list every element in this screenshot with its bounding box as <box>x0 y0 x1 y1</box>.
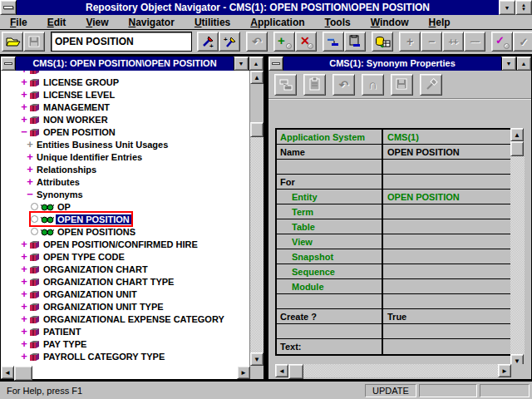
select-brush-add-button[interactable]: + <box>219 32 240 52</box>
copy-object-button[interactable] <box>274 74 297 96</box>
requery-table-button[interactable] <box>372 32 393 52</box>
undo-button[interactable]: ↶ <box>246 32 268 52</box>
navigator-system-menu-button[interactable] <box>1 57 16 71</box>
scroll-track[interactable] <box>250 137 264 352</box>
navigator-maximize-button[interactable]: ▲ <box>249 57 264 71</box>
tree-item-open-type-code[interactable]: +OPEN TYPE CODE <box>1 250 249 263</box>
tree-item-op[interactable]: OP <box>1 200 249 213</box>
property-value[interactable]: OPEN POSITION <box>383 190 510 204</box>
tree-item-attributes[interactable]: +Attributes <box>1 175 249 188</box>
expand-expander-icon[interactable]: + <box>19 338 29 349</box>
property-value[interactable] <box>383 264 510 278</box>
expand-expander-icon[interactable]: + <box>19 326 29 337</box>
properties-maximize-button[interactable]: ▲ <box>516 57 531 71</box>
property-value[interactable] <box>383 249 510 264</box>
menu-application[interactable]: Application <box>244 17 311 28</box>
expand-expander-icon[interactable]: + <box>19 71 29 75</box>
tree-item-organization-unit[interactable]: +ORGANIZATION UNIT <box>1 288 249 300</box>
tree-item-synonyms[interactable]: −Synonyms <box>1 188 249 200</box>
scroll-thumb[interactable] <box>510 141 524 156</box>
copy-properties-button[interactable] <box>323 32 344 52</box>
scroll-thumb[interactable] <box>14 366 32 381</box>
scroll-track[interactable] <box>303 364 498 377</box>
save-button[interactable] <box>23 32 45 52</box>
tree-item-license-level[interactable]: +LICENSE LEVEL <box>1 88 249 101</box>
unmark-check-button[interactable]: ✓ <box>513 32 532 52</box>
property-value[interactable] <box>383 294 510 308</box>
tree-item-open-position[interactable]: −OPEN POSITION <box>1 126 249 138</box>
navigator-minimize-button[interactable]: ▼ <box>234 57 249 71</box>
property-value[interactable] <box>383 204 510 219</box>
collapse-expander-icon[interactable]: − <box>19 126 29 137</box>
expand-expander-icon[interactable]: + <box>19 301 29 312</box>
expand-expander-icon[interactable]: + <box>19 313 29 324</box>
expand-expander-icon[interactable]: + <box>25 176 35 187</box>
scroll-right-button[interactable]: ► <box>237 366 250 379</box>
property-value[interactable] <box>383 219 510 234</box>
tree-item-open-position-confirmed-hire[interactable]: +OPEN POSITION/CONFIRMED HIRE <box>1 238 249 250</box>
properties-vertical-scrollbar[interactable]: ▲ ▼ <box>510 128 525 367</box>
expand-expander-icon[interactable]: + <box>19 288 29 299</box>
expand-all-button[interactable]: ++ <box>442 32 464 52</box>
property-value[interactable] <box>383 160 510 174</box>
mark-check-button[interactable]: ✓ <box>491 32 513 52</box>
scroll-track[interactable] <box>510 156 525 354</box>
expand-expander-icon[interactable]: + <box>19 264 29 274</box>
collapse-all-button[interactable]: −− <box>464 32 485 52</box>
create-button[interactable]: + <box>273 32 295 52</box>
scroll-track[interactable] <box>32 366 237 379</box>
scroll-right-button[interactable]: ► <box>498 364 511 377</box>
tree-item-organization-chart[interactable]: +ORGANIZATION CHART <box>1 263 249 275</box>
expand-expander-icon[interactable]: + <box>19 76 29 87</box>
property-value[interactable]: CMS(1) <box>383 130 510 144</box>
expand-expander-icon[interactable]: + <box>19 239 29 249</box>
expand-expander-icon[interactable]: + <box>19 351 29 362</box>
scroll-thumb[interactable] <box>250 122 264 137</box>
scroll-up-button[interactable]: ▲ <box>510 128 524 141</box>
expand-expander-icon[interactable]: + <box>19 276 29 287</box>
expand-expander-icon[interactable]: + <box>25 151 35 162</box>
system-menu-button[interactable] <box>0 0 17 15</box>
tree-item-open-positions[interactable]: OPEN POSITIONS <box>1 225 249 238</box>
property-value[interactable] <box>383 175 510 189</box>
property-value[interactable]: True <box>383 309 510 323</box>
scroll-left-button[interactable]: ◄ <box>1 366 14 379</box>
select-brush-button[interactable]: + <box>197 32 219 52</box>
properties-horizontal-scrollbar[interactable]: ◄ ► <box>275 364 525 377</box>
expand-expander-icon[interactable]: + <box>25 139 35 150</box>
menu-edit[interactable]: Edit <box>41 17 73 28</box>
expand-expander-icon[interactable]: + <box>19 101 29 112</box>
menu-utilities[interactable]: Utilities <box>188 17 237 28</box>
menu-window[interactable]: Window <box>364 17 416 28</box>
expand-expander-icon[interactable]: + <box>19 114 29 125</box>
menu-view[interactable]: View <box>79 17 115 28</box>
collapse-button[interactable]: − <box>421 32 442 52</box>
pin-button[interactable] <box>420 74 442 96</box>
tree-vertical-scrollbar[interactable]: ▲ ▼ <box>250 71 264 366</box>
properties-system-menu-button[interactable] <box>268 57 283 71</box>
tree-item-organization-chart-type[interactable]: +ORGANIZATION CHART TYPE <box>1 275 249 288</box>
tree-item-patient[interactable]: +PATIENT <box>1 325 249 337</box>
expand-expander-icon[interactable]: + <box>19 251 29 262</box>
tree-item-unique-identifier-entries[interactable]: +Unique Identifier Entries <box>1 150 249 163</box>
menu-tools[interactable]: Tools <box>318 17 357 28</box>
tree-item-pay-type[interactable]: +PAY TYPE <box>1 337 249 350</box>
tree-item-management[interactable]: +MANAGEMENT <box>1 101 249 113</box>
menu-help[interactable]: Help <box>422 17 457 28</box>
expand-expander-icon[interactable]: + <box>19 89 29 100</box>
property-value[interactable] <box>383 324 510 338</box>
scroll-down-button[interactable]: ▼ <box>250 352 264 366</box>
tree-item-organizational-expense-category[interactable]: +ORGANIZATIONAL EXPENSE CATEGORY <box>1 313 249 325</box>
property-value[interactable]: OPEN POSITION <box>383 145 510 159</box>
revert-button[interactable]: ∩ <box>362 74 384 96</box>
properties-minimize-button[interactable]: ▼ <box>501 57 516 71</box>
tree-horizontal-scrollbar[interactable]: ◄ ► <box>1 366 264 379</box>
tree-item-organization-unit-type[interactable]: +ORGANIZATION UNIT TYPE <box>1 300 249 313</box>
minimize-button[interactable]: ▼ <box>499 0 515 15</box>
collapse-expander-icon[interactable]: − <box>25 189 35 200</box>
tree-item-entities-business-unit-usages[interactable]: +Entities Business Unit Usages <box>1 138 249 150</box>
clipboard-button[interactable] <box>303 74 326 96</box>
tree-item-license-group[interactable]: +LICENSE GROUP <box>1 76 249 88</box>
property-value[interactable] <box>383 339 510 354</box>
paste-properties-button[interactable] <box>344 32 366 52</box>
